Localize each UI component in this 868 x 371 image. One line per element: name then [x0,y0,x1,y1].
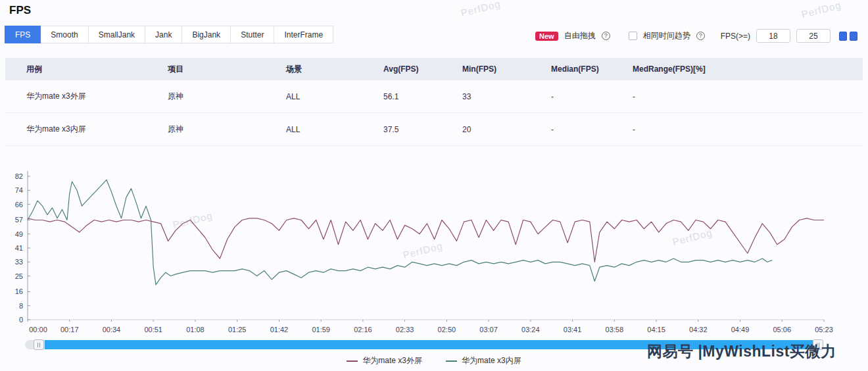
table-cell: 20 [462,125,551,134]
tab-smalljank[interactable]: SmallJank [88,26,145,43]
x-tick-label: 00:17 [60,326,79,334]
x-tick-label: 03:07 [479,326,498,334]
footer-watermark: 网易号 |MyWishList买微力 [647,341,836,362]
column-header: MedRange(FPS)[%] [633,64,863,74]
x-tick-label: 02:16 [354,326,372,334]
y-tick-label: 0 [19,316,23,324]
legend-label: 华为mate x3内屏 [462,355,521,366]
column-header: Median(FPS) [551,64,633,74]
x-tick-label: 05:23 [815,326,833,334]
x-tick-label: 03:41 [564,326,582,334]
tab-interframe[interactable]: InterFrame [274,26,333,43]
scrollbar-left-handle[interactable] [34,339,44,350]
perfdog-report-page: FPS FPSSmoothSmallJankJankBigJankStutter… [0,0,868,371]
x-tick-label: 02:50 [438,326,456,334]
column-header: 场景 [286,64,383,75]
y-tick-label: 33 [15,258,23,266]
y-tick-label: 16 [15,287,23,295]
legend-label: 华为mate x3外屏 [362,355,422,366]
table-cell: ALL [286,125,383,134]
same-time-label: 相同时间趋势 [643,30,690,41]
x-tick-label: 00:34 [103,326,121,334]
fps-threshold-low-input[interactable] [756,29,790,43]
chart-view-toggle [839,32,857,41]
table-row: 华为mate x3外屏原神ALL56.133-- [5,80,863,113]
tab-jank[interactable]: Jank [145,26,182,43]
x-tick-label: 03:58 [606,326,624,334]
perfdog-watermark: PerfDog [800,0,842,20]
table-row: 华为mate x3内屏原神ALL37.520-- [5,113,863,146]
help-icon[interactable]: ? [602,32,610,40]
series-华为mate x3外屏 [28,218,824,262]
fps-threshold-label: FPS(>=) [721,32,750,41]
y-tick-label: 57 [15,216,23,224]
y-tick-label: 25 [15,272,23,280]
x-tick-label: 01:59 [312,326,330,334]
legend-item[interactable]: 华为mate x3外屏 [347,355,422,366]
tab-stutter[interactable]: Stutter [230,26,274,43]
column-header: Avg(FPS) [383,64,462,74]
column-header: 项目 [168,64,286,75]
series-华为mate x3内屏 [28,180,772,285]
table-cell: 华为mate x3外屏 [26,91,168,102]
table-cell: 37.5 [383,125,462,134]
perfdog-watermark: PerfDog [460,0,502,18]
y-tick-label: 41 [15,244,23,252]
table-cell: - [551,92,633,101]
x-tick-label: 04:15 [647,326,665,334]
table-cell: 33 [462,92,551,101]
free-drag-label: 自由拖拽 [564,30,596,41]
page-title: FPS [9,4,31,17]
tab-smooth[interactable]: Smooth [40,26,88,43]
table-cell: 华为mate x3内屏 [26,124,168,135]
table-cell: - [633,92,863,101]
tab-bigjank[interactable]: BigJank [181,26,231,43]
y-tick-label: 82 [15,172,23,180]
table-cell: 原神 [168,91,286,102]
help-icon[interactable]: ? [696,32,705,40]
legend-item[interactable]: 华为mate x3内屏 [446,355,521,366]
table-header-row: 用例项目场景Avg(FPS)Min(FPS)Median(FPS)MedRang… [5,58,863,80]
table-body: 华为mate x3外屏原神ALL56.133--华为mate x3内屏原神ALL… [5,80,863,146]
x-tick-label: 03:24 [521,326,540,334]
x-tick-label: 00:00 [29,326,47,334]
y-tick-label: 66 [15,201,23,209]
x-tick-label: 01:08 [186,326,205,334]
legend-line-icon [347,360,358,362]
chart-view-icon[interactable] [850,32,857,41]
metric-tabbar: FPSSmoothSmallJankJankBigJankStutterInte… [5,26,333,43]
same-time-checkbox[interactable] [629,32,637,40]
x-tick-label: 04:32 [689,326,708,334]
chart-controls: New 自由拖拽 ? 相同时间趋势 ? FPS(>=) [535,29,857,43]
table-cell: 56.1 [383,92,462,101]
column-header: 用例 [26,64,168,75]
tab-fps[interactable]: FPS [5,26,41,43]
fps-line-chart[interactable]: 8274665749413325168000:0000:1700:3400:51… [0,162,868,339]
x-tick-label: 04:49 [731,326,750,334]
table-cell: ALL [286,92,383,101]
x-tick-label: 05:06 [773,326,791,334]
column-header: Min(FPS) [462,64,551,74]
y-tick-label: 74 [15,186,23,194]
y-tick-label: 8 [19,302,23,310]
x-tick-label: 01:25 [228,326,247,334]
summary-table: 用例项目场景Avg(FPS)Min(FPS)Median(FPS)MedRang… [5,58,863,146]
x-tick-label: 01:42 [270,326,289,334]
chart-view-icon[interactable] [839,32,847,41]
table-cell: 原神 [168,124,286,135]
table-cell: - [551,125,633,134]
new-badge: New [535,32,558,41]
table-cell: - [633,125,863,134]
x-tick-label: 00:51 [144,326,162,334]
x-tick-label: 02:33 [396,326,414,334]
fps-threshold-high-input[interactable] [796,29,831,43]
legend-line-icon [446,360,457,362]
y-tick-label: 49 [15,230,23,238]
